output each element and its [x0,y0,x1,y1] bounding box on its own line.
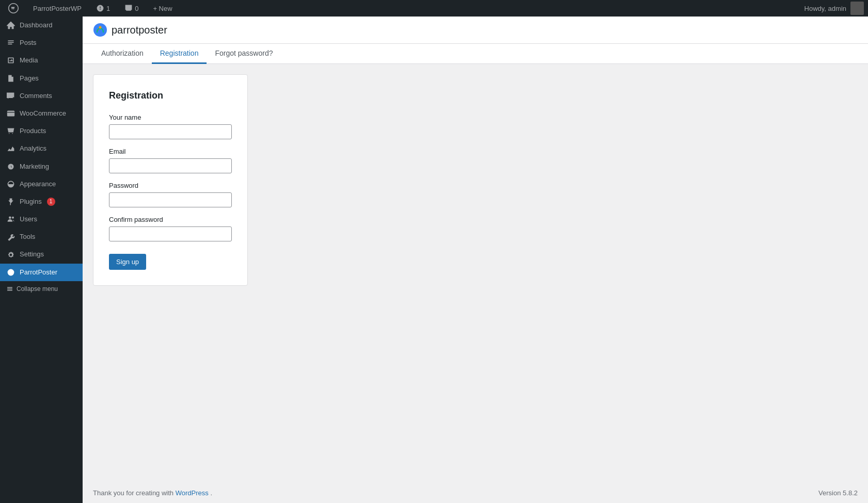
svg-point-4 [93,23,107,37]
updates-count: 1 [106,5,110,12]
sidebar-item-woocommerce[interactable]: WooCommerce [0,105,83,122]
tab-registration[interactable]: Registration [152,44,207,64]
sidebar-item-label: Marketing [20,162,49,171]
input-email[interactable] [109,158,232,173]
posts-icon [6,38,15,47]
label-email: Email [109,148,232,155]
sidebar-item-plugins[interactable]: Plugins 1 [0,193,83,210]
products-icon [6,126,15,136]
sign-up-button[interactable]: Sign up [109,254,146,270]
label-password: Password [109,182,232,189]
tab-authorization[interactable]: Authorization [93,44,152,64]
adminbar-site-name[interactable]: ParrotPosterWP [29,0,86,17]
sidebar-item-label: Dashboard [20,21,53,30]
svg-point-3 [8,269,14,275]
admin-avatar [850,2,864,15]
tools-icon [6,232,15,241]
parrot-logo-icon [93,23,107,37]
pages-icon [6,74,15,83]
adminbar-comments[interactable]: 0 [120,0,143,17]
sidebar-item-label: ParrotPoster [20,268,57,277]
sidebar-item-label: Users [20,215,37,224]
sidebar-item-products[interactable]: Products [0,122,83,140]
sidebar-item-media[interactable]: Media [0,52,83,69]
sidebar-item-settings[interactable]: Settings [0,246,83,263]
sidebar-item-label: Settings [20,250,44,259]
analytics-icon [6,144,15,153]
plugin-logo: parrotposter [93,23,167,37]
sidebar-item-marketing[interactable]: Marketing [0,158,83,175]
sidebar-item-posts[interactable]: Posts [0,34,83,52]
tabs-bar: Authorization Registration Forgot passwo… [83,44,868,64]
wordpress-link[interactable]: WordPress [176,489,211,497]
registration-card: Registration Your name Email Password [93,74,248,286]
svg-point-2 [12,217,14,219]
version-label: Version 5.8.2 [818,489,858,497]
svg-point-1 [9,217,11,219]
sidebar-item-label: WooCommerce [20,109,66,118]
collapse-label: Collapse menu [17,285,58,293]
footer: Thank you for creating with WordPress . … [83,483,868,503]
media-icon [6,56,15,65]
sidebar-item-label: Posts [20,38,37,47]
sidebar-item-label: Media [20,56,38,65]
sidebar-item-label: Appearance [20,180,56,189]
label-confirm-password: Confirm password [109,216,232,223]
site-name-label: ParrotPosterWP [33,5,82,12]
sidebar-item-analytics[interactable]: Analytics [0,140,83,157]
new-label: + New [153,5,172,12]
footer-text: Thank you for creating with WordPress . [93,489,212,497]
plugins-icon [6,197,15,206]
input-your-name[interactable] [109,124,232,139]
sidebar-item-pages[interactable]: Pages [0,70,83,87]
form-group-confirm-password: Confirm password [109,216,232,241]
main-content: parrotposter Authorization Registration … [83,17,868,503]
comments-count: 0 [135,5,138,12]
sidebar-item-label: Plugins [20,197,42,206]
collapse-menu[interactable]: Collapse menu [0,281,83,297]
sidebar-item-label: Products [20,126,46,136]
sidebar-item-users[interactable]: Users [0,210,83,228]
sidebar-item-parrotposter[interactable]: ParrotPoster [0,264,83,281]
plugins-badge: 1 [47,198,55,206]
adminbar-new[interactable]: + New [149,0,176,17]
content-area: Registration Your name Email Password [83,64,868,296]
label-your-name: Your name [109,113,232,121]
sidebar-item-tools[interactable]: Tools [0,228,83,246]
sidebar-item-label: Comments [20,91,52,101]
adminbar-wp-logo[interactable] [4,0,23,17]
dashboard-icon [6,21,15,30]
sidebar-item-label: Pages [20,74,39,83]
input-password[interactable] [109,192,232,207]
sidebar-item-comments[interactable]: Comments [0,87,83,105]
comments-icon [6,91,15,101]
plugin-header: parrotposter [83,17,868,44]
sidebar: Dashboard Posts Media Pages Comments [0,17,83,503]
sidebar-item-appearance[interactable]: Appearance [0,175,83,193]
sidebar-item-label: Tools [20,232,35,241]
form-group-password: Password [109,182,232,207]
plugin-name: parrotposter [112,24,167,36]
svg-point-5 [99,26,102,29]
users-icon [6,215,15,224]
form-group-name: Your name [109,113,232,139]
settings-icon [6,250,15,259]
registration-title: Registration [109,90,232,101]
adminbar-updates[interactable]: 1 [92,0,114,17]
sidebar-item-label: Analytics [20,144,46,153]
woocommerce-icon [6,109,15,118]
adminbar-howdy: Howdy, admin [804,5,846,12]
sidebar-item-dashboard[interactable]: Dashboard [0,17,83,34]
appearance-icon [6,180,15,189]
marketing-icon [6,162,15,171]
tab-forgot-password[interactable]: Forgot password? [207,44,281,64]
parrotposter-sidebar-icon [6,268,15,277]
svg-rect-0 [7,110,14,116]
input-confirm-password[interactable] [109,226,232,241]
admin-bar: ParrotPosterWP 1 0 + New Howdy, admin [0,0,868,17]
form-group-email: Email [109,148,232,173]
